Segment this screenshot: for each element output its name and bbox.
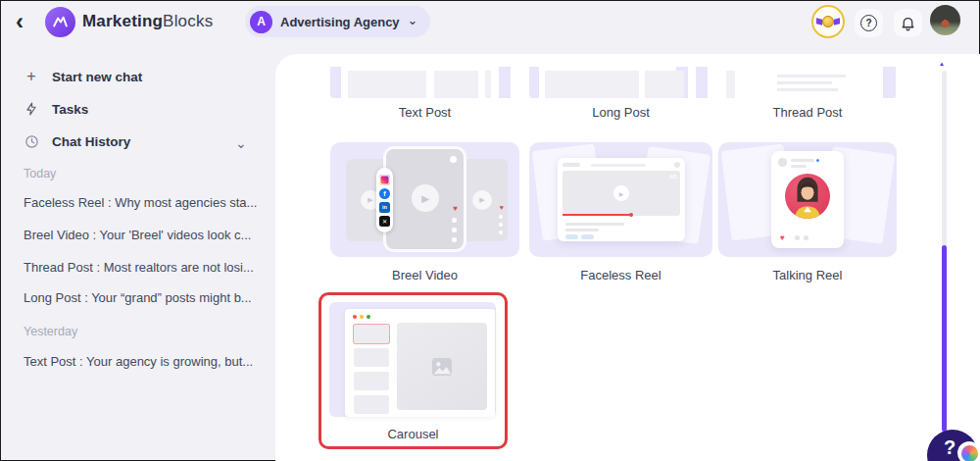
card-label-breel-video[interactable]: Breel Video [330,268,519,282]
social-icons-pill: f in ✕ [376,168,393,232]
help-button[interactable]: ? [855,9,883,37]
dot [499,223,503,227]
content-panel: Text Post Long Post Thread Post ▶ ▶ ♥ ▶ … [275,54,980,461]
start-new-chat-button[interactable]: + Start new chat [24,69,142,84]
x-twitter-icon: ✕ [379,216,390,227]
card-thumbnail-cropped-long-post[interactable] [529,67,712,98]
heart-icon: ♥ [780,233,785,242]
avatar-dot [674,162,680,168]
plus-icon: + [24,69,39,84]
card-breel-video[interactable]: ▶ ▶ ♥ ▶ ♥ f in ✕ [330,142,519,257]
tag-pill [565,234,578,239]
woman-avatar-illustration [785,174,830,219]
brand-bold: Marketing [82,12,163,30]
brand-light: Blocks [163,12,213,30]
traffic-dot-red [353,315,357,319]
chat-history-item[interactable]: Breel Video : Your 'Breel' videos look c… [24,228,269,242]
credits-coin-button[interactable] [811,5,845,38]
chat-history-chevron-icon[interactable]: ⌄ [235,135,247,151]
browser-window-mockup [345,309,495,417]
chat-history-item[interactable]: Faceless Reel : Why most agencies sta... [24,195,269,210]
line [563,163,580,167]
workspace-avatar: A [250,11,272,33]
card-label-long-post[interactable]: Long Post [529,105,712,120]
dot [499,215,503,219]
medal-ribbon-right [834,18,840,25]
medal-coin [822,16,834,27]
bell-icon [900,15,916,31]
tasks-label: Tasks [52,102,88,117]
slide-thumb-selected [354,325,389,343]
slide-thumb [354,372,389,390]
question-icon: ? [860,15,877,31]
chat-history-item[interactable]: Thread Post : Most realtors are not losi… [24,260,269,275]
dot [499,230,503,234]
traffic-dot-yellow [360,315,364,319]
slide-preview-area [397,323,487,410]
workspace-selector[interactable]: A Advertising Agency ⌄ [245,6,430,37]
traffic-dot-green [367,315,370,319]
slide-thumb [354,348,389,367]
phone-mockup-center: ▶ ♥ [386,149,464,249]
play-icon: ▶ [412,184,439,212]
start-new-chat-label: Start new chat [52,70,142,84]
card-label-thread-post[interactable]: Thread Post [718,105,897,120]
chevron-down-icon: ⌄ [408,13,418,27]
video-area: AD ▶ [563,171,680,216]
dot [452,237,457,242]
mountain-glyph [51,13,70,31]
yesterday-section-label: Yesterday [24,325,77,338]
user-avatar[interactable] [930,5,960,35]
heart-icon: ♥ [500,204,504,211]
social-post-mockup: ♥ [771,151,844,248]
image-placeholder-icon [431,357,453,377]
chat-history-label: Chat History [52,134,130,149]
card-label-faceless-reel[interactable]: Faceless Reel [529,268,712,282]
chat-history-nav-item[interactable]: Chat History [24,133,130,149]
instagram-icon [379,175,390,185]
tag-pill [581,234,594,239]
brand-title: MarketingBlocks [82,12,213,31]
medal-icon [817,16,839,27]
ad-badge: AD [669,174,676,179]
workspace-name: Advertising Agency [280,15,400,29]
card-talking-reel[interactable]: ♥ [718,142,897,257]
scrollbar-up-arrow[interactable]: ▲ [939,61,945,67]
card-label-text-post[interactable]: Text Post [330,105,519,120]
today-section-label: Today [24,167,56,180]
chat-history-item[interactable]: Text Post : Your agency is growing, but.… [24,354,269,369]
line [591,164,646,167]
lightning-icon [24,101,39,117]
colorful-brain-icon [961,445,978,461]
card-carousel-selected[interactable]: Carousel [318,292,508,449]
line [565,229,599,231]
line [791,165,807,168]
back-chevron-icon[interactable]: ‹ [16,8,24,35]
video-player-mockup: AD ▶ [558,158,685,241]
camera-dot [450,156,457,163]
card-thumbnail-cropped-thread-post[interactable] [718,67,897,98]
clock-icon [24,133,39,149]
dot [452,228,457,232]
heart-icon: ♥ [453,204,458,213]
slide-thumb [354,395,389,414]
facebook-icon: f [379,188,390,199]
notifications-button[interactable] [894,9,922,37]
app-window: ‹ MarketingBlocks A Advertising Agency ⌄… [0,0,980,461]
card-label-carousel: Carousel [321,427,505,441]
progress-bar [563,214,631,216]
avatar-dot [778,158,787,167]
phone-mockup-right: ▶ ♥ [459,159,508,241]
question-mark-icon: ? [944,436,956,459]
scrollbar-thumb[interactable] [942,245,947,432]
card-label-talking-reel[interactable]: Talking Reel [718,268,897,282]
linkedin-icon: in [379,202,390,213]
play-icon: ▶ [613,185,629,201]
chat-history-item[interactable]: Long Post : Your “grand” posts might b..… [24,290,269,305]
card-faceless-reel[interactable]: AD ▶ [529,142,712,257]
card-thumbnail-cropped-text-post[interactable] [330,67,519,98]
marketingblocks-logo-icon [45,7,75,37]
assistant-mini-badge[interactable] [957,441,980,461]
line [565,223,624,226]
tasks-nav-item[interactable]: Tasks [24,101,88,117]
